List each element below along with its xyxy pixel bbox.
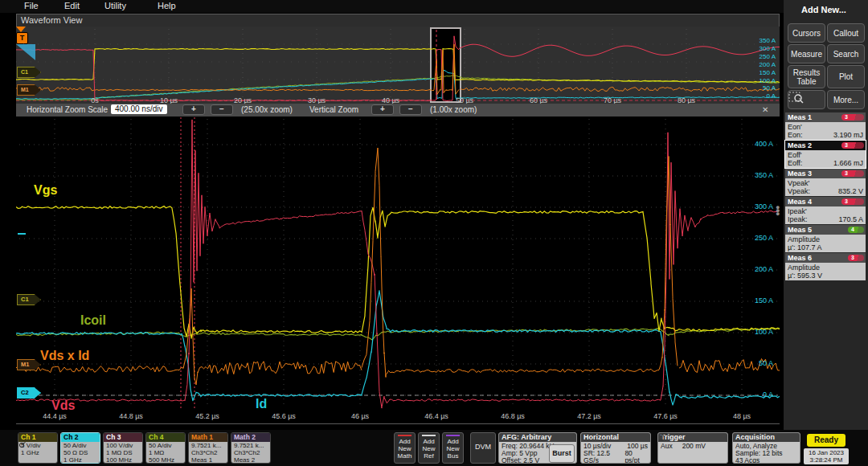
meas-panel-3[interactable]: Meas 33Vpeak'Vpeak:835.2 V bbox=[785, 169, 866, 196]
addnew-button-measure[interactable]: Measure bbox=[788, 44, 825, 63]
trace-label-vgs: Vgs bbox=[34, 183, 57, 198]
main-waveform-view[interactable]: 44.4 µs44.8 µs45.2 µs45.6 µs46 µs46.4 µs… bbox=[16, 117, 780, 423]
meas-value: 835.2 V bbox=[838, 187, 863, 195]
dvm-button[interactable]: DVM bbox=[470, 432, 496, 464]
panel-splitter-handle[interactable]: ●●● bbox=[776, 206, 780, 215]
meas-source-badge: 3 bbox=[841, 198, 864, 205]
oscilloscope-screen: FileEditUtilityHelp Waveform View 0s10 µ… bbox=[0, 0, 868, 466]
trace-label-vdsxid: Vds x Id bbox=[40, 349, 89, 363]
horizontal-panel[interactable]: Horizontal10 µs/div100 µsSR: 12.5 GS/s80… bbox=[580, 432, 651, 464]
menu-item-edit[interactable]: Edit bbox=[64, 1, 80, 10]
overview-time-label: 80 µs bbox=[678, 96, 695, 104]
acquisition-panel[interactable]: AcquisitionAuto, AnalyzeSample: 12 bits4… bbox=[732, 432, 800, 464]
meas-header: Meas 63 bbox=[785, 253, 866, 263]
meas-name: Meas 4 bbox=[788, 198, 812, 206]
burst-button[interactable]: Burst bbox=[549, 444, 575, 463]
overview-time-label: 50 µs bbox=[456, 96, 473, 104]
menu-item-help[interactable]: Help bbox=[158, 1, 176, 10]
addnew-button-results-table[interactable]: Results Table bbox=[788, 65, 825, 88]
main-amp-label: 400 A bbox=[746, 140, 773, 148]
meas-line1: Eoff' bbox=[788, 151, 863, 159]
channel-setting-row: 1 MΩ bbox=[149, 449, 182, 456]
meas-line1: Eon' bbox=[788, 123, 863, 131]
menu-item-utility[interactable]: Utility bbox=[104, 1, 126, 10]
add-new-ref-button[interactable]: AddNewRef bbox=[418, 432, 440, 464]
meas-key: Eoff: bbox=[788, 159, 802, 167]
addnew-button-callout[interactable]: Callout bbox=[827, 23, 865, 43]
channel-setting-row: 1 MΩ DS bbox=[106, 449, 140, 456]
meas-panel-4[interactable]: Meas 43Ipeak'Ipeak:170.5 A bbox=[785, 197, 866, 224]
addnew-button-zoom[interactable] bbox=[788, 90, 825, 109]
meas-line2: Eon:3.190 mJ bbox=[788, 131, 863, 139]
overview-strip[interactable]: 0s10 µs20 µs30 µs40 µs50 µs60 µs70 µs80 … bbox=[16, 27, 780, 104]
overview-waveforms bbox=[16, 27, 780, 104]
trigger-source: Aux bbox=[661, 443, 673, 450]
meas-key: µ': 107.7 A bbox=[788, 243, 821, 251]
addnew-button-plot[interactable]: Plot bbox=[827, 65, 865, 88]
acquisition-body: Auto, AnalyzeSample: 12 bits43 Acqs bbox=[733, 442, 800, 464]
hzoom-minus-button[interactable]: − bbox=[211, 104, 233, 115]
add-new-math-button[interactable]: AddNewMath bbox=[394, 432, 416, 464]
overview-time-label: 10 µs bbox=[160, 96, 178, 104]
channel-badge-header: Ch 1 bbox=[18, 433, 57, 442]
channel-setting-row: 1 GHz bbox=[21, 449, 55, 456]
add-new-bus-button[interactable]: AddNewBus bbox=[442, 432, 464, 464]
channel-badge-header: Ch 3 bbox=[104, 433, 142, 442]
horizontal-row: SR: 12.5 GS/s80 ps/pt bbox=[583, 450, 648, 464]
afg-panel[interactable]: AFG: ArbitraryFreq: 20.9644 kHzAmp: 5 Vp… bbox=[498, 432, 577, 464]
trigger-level: 200 mV bbox=[682, 443, 706, 450]
channel-setting-row: Meas 2 bbox=[234, 456, 268, 464]
meas-key: Ipeak: bbox=[788, 215, 808, 223]
channel-badge-body: 5 V/div1 GHz bbox=[18, 442, 57, 464]
main-time-label: 47.2 µs bbox=[577, 412, 601, 420]
overview-amp-label: 100 A bbox=[748, 77, 776, 84]
menu-item-file[interactable]: File bbox=[24, 1, 39, 10]
channel-settings-ch4[interactable]: Ch 450 A/div1 MΩ500 MHz bbox=[145, 432, 186, 464]
channel-settings-math2[interactable]: Math 29.7521 k...Ch3*Ch2Meas 2 bbox=[231, 432, 271, 464]
channel-badge-body: 50 A/div1 MΩ500 MHz bbox=[146, 442, 185, 464]
channel-settings-ch2[interactable]: Ch 250 A/div50 Ω DS1 GHz bbox=[60, 432, 100, 464]
meas-line1: Vpeak' bbox=[788, 179, 863, 187]
channel-settings-ch1[interactable]: Ch 15 V/div1 GHz bbox=[18, 432, 58, 464]
trace-label-icoil: Icoil bbox=[80, 313, 106, 328]
main-amp-label: 150 A bbox=[746, 296, 773, 305]
channel-setting-row: 100 V/div bbox=[106, 442, 140, 449]
main-time-label: 46.4 µs bbox=[424, 412, 448, 420]
hzoom-scale-field[interactable]: 400.00 ns/div bbox=[111, 104, 167, 114]
hzoom-plus-button[interactable]: + bbox=[182, 104, 205, 115]
menu-bar: FileEditUtilityHelp bbox=[0, 0, 868, 13]
meas-header: Meas 13 bbox=[785, 112, 866, 122]
meas-line2: Eoff:1.666 mJ bbox=[788, 159, 863, 167]
hzoom-label: Horizontal Zoom Scale bbox=[27, 105, 108, 114]
vzoom-minus-button[interactable]: − bbox=[399, 104, 422, 115]
addnew-button-cursors[interactable]: Cursors bbox=[788, 23, 825, 43]
meas-panel-1[interactable]: Meas 13Eon'Eon:3.190 mJ bbox=[785, 112, 866, 140]
trigger-panel[interactable]: TriggerAux200 mV bbox=[657, 432, 728, 464]
addnew-button-search[interactable]: Search bbox=[827, 44, 865, 63]
meas-line2: µ': 107.7 A bbox=[788, 243, 863, 251]
close-icon[interactable]: ✕ bbox=[762, 105, 768, 114]
meas-line1: Amplitude bbox=[788, 235, 863, 243]
meas-panel-5[interactable]: Meas 54Amplitudeµ': 107.7 A bbox=[785, 225, 866, 252]
zoom-inspect-icon bbox=[788, 91, 805, 104]
meas-body: Amplitudeµ': 595.3 V bbox=[785, 263, 866, 280]
add-button-label: AddNewRef bbox=[419, 438, 439, 460]
meas-panel-6[interactable]: Meas 63Amplitudeµ': 595.3 V bbox=[785, 253, 866, 280]
vzoom-plus-button[interactable]: + bbox=[371, 104, 394, 115]
channel-setting-row: 500 MHz bbox=[149, 456, 182, 464]
main-amp-label: 200 A bbox=[746, 265, 773, 273]
meas-header: Meas 43 bbox=[785, 197, 866, 206]
overview-time-label: 20 µs bbox=[234, 96, 252, 104]
channel-settings-math1[interactable]: Math 19.7521 k...Ch3*Ch2Meas 1 bbox=[188, 432, 228, 464]
settings-bar: Ch 15 V/div1 GHzCh 250 A/div50 Ω DS1 GHz… bbox=[0, 430, 868, 466]
channel-badge-body: 9.7521 k...Ch3*Ch2Meas 2 bbox=[231, 442, 270, 464]
meas-line2: µ': 595.3 V bbox=[788, 272, 863, 280]
meas-name: Meas 2 bbox=[788, 141, 812, 149]
addnew-button-more-[interactable]: More... bbox=[827, 90, 865, 109]
vzoom-factor: (1.00x zoom) bbox=[430, 105, 477, 114]
channel-setting-row: Ch3*Ch2 bbox=[234, 449, 268, 456]
trace-label-vds: Vds bbox=[51, 399, 75, 413]
meas-source-badge: 3 bbox=[848, 255, 864, 261]
meas-panel-2[interactable]: Meas 23Eoff'Eoff:1.666 mJ bbox=[785, 141, 866, 168]
channel-settings-ch3[interactable]: Ch 3100 V/div1 MΩ DS100 MHz bbox=[103, 432, 143, 464]
